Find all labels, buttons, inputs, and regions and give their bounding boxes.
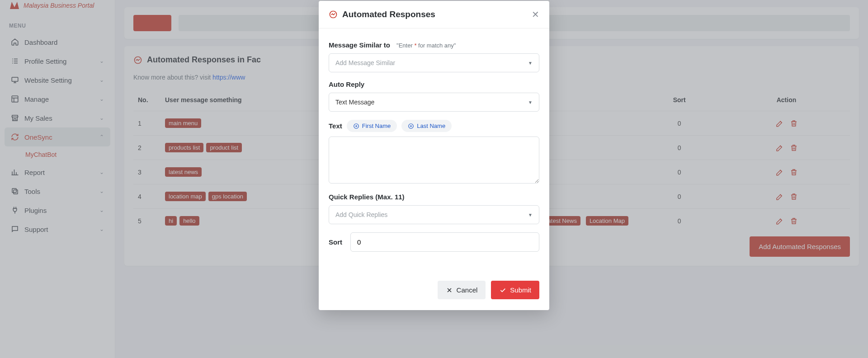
auto-reply-label: Auto Reply	[329, 80, 539, 88]
chip-last-name-label: Last Name	[417, 122, 445, 129]
auto-reply-select[interactable]: Text Message ▼	[329, 93, 539, 112]
quick-replies-label: Quick Replies (Max. 11)	[329, 193, 539, 201]
messenger-icon	[329, 10, 338, 19]
cancel-button-label: Cancel	[457, 286, 478, 294]
modal-footer: Cancel Submit	[319, 270, 549, 310]
automated-responses-modal: Automated Responses ✕ Message Similar to…	[319, 1, 549, 310]
chevron-down-icon: ▼	[528, 212, 533, 217]
submit-button-label: Submit	[510, 286, 531, 294]
modal-overlay[interactable]: Automated Responses ✕ Message Similar to…	[0, 0, 868, 358]
insert-last-name-chip[interactable]: Last Name	[401, 120, 452, 132]
quick-replies-select[interactable]: Add Quick Replies ▼	[329, 205, 539, 224]
auto-reply-value: Text Message	[335, 99, 374, 106]
message-similar-hint: "Enter * for match any"	[396, 42, 456, 49]
quick-replies-placeholder: Add Quick Replies	[335, 211, 387, 218]
modal-title: Automated Responses	[342, 9, 435, 19]
insert-first-name-chip[interactable]: First Name	[347, 120, 397, 132]
close-icon[interactable]: ✕	[532, 9, 539, 20]
sort-label: Sort	[329, 238, 342, 246]
message-similar-placeholder: Add Message Similar	[335, 59, 395, 66]
cancel-button[interactable]: Cancel	[438, 281, 486, 299]
plus-circle-icon	[353, 123, 359, 129]
text-label: Text	[329, 122, 342, 130]
chevron-down-icon: ▼	[528, 61, 533, 66]
modal-header: Automated Responses ✕	[319, 1, 549, 28]
chip-first-name-label: First Name	[362, 122, 391, 129]
text-textarea[interactable]	[329, 137, 539, 184]
message-similar-label: Message Similar to "Enter * for match an…	[329, 41, 539, 49]
submit-button[interactable]: Submit	[491, 281, 539, 299]
plus-circle-icon	[408, 123, 414, 129]
sort-input[interactable]	[350, 232, 539, 252]
message-similar-select[interactable]: Add Message Similar ▼	[329, 53, 539, 72]
message-similar-label-text: Message Similar to	[329, 41, 390, 49]
modal-body: Message Similar to "Enter * for match an…	[319, 28, 549, 270]
chevron-down-icon: ▼	[528, 100, 533, 105]
close-icon	[446, 287, 453, 294]
check-icon	[499, 287, 506, 294]
